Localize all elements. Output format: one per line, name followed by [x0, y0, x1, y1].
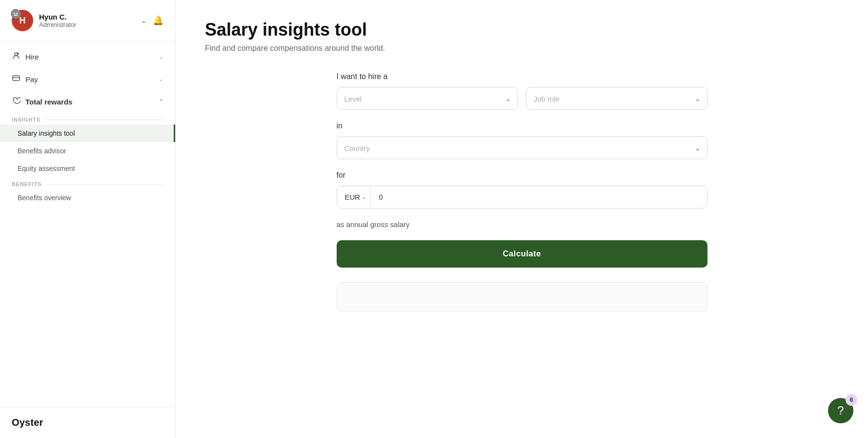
total-rewards-icon — [12, 96, 20, 107]
level-select-wrapper: Level ⌄ — [337, 87, 518, 110]
user-name: Hyun C. — [39, 13, 135, 21]
sidebar-item-total-rewards[interactable]: Total rewards ⌃ — [0, 90, 175, 113]
currency-salary-wrapper: EUR ⌄ — [337, 186, 707, 209]
pay-icon — [12, 74, 20, 84]
user-info: Hyun C. Administrator — [39, 13, 135, 28]
sidebar-item-benefits-advisor[interactable]: Benefits advisor — [0, 142, 175, 160]
user-role: Administrator — [39, 21, 135, 28]
country-select[interactable] — [337, 136, 707, 159]
svg-rect-7 — [13, 76, 20, 81]
level-jobrole-row: Level ⌄ Job role ⌄ — [337, 87, 707, 110]
benefits-overview-label: Benefits overview — [18, 194, 71, 202]
sidebar-item-benefits-overview[interactable]: Benefits overview — [0, 189, 175, 207]
country-select-wrapper: Country ⌄ — [337, 136, 707, 159]
sidebar-item-pay[interactable]: Pay ⌄ — [0, 68, 175, 90]
currency-value: EUR — [345, 193, 361, 201]
sidebar-nav: Hire ⌄ Pay ⌄ Total rewards ⌃ INSIGHTS Sa… — [0, 42, 175, 407]
sidebar-item-salary-insights-tool[interactable]: Salary insights tool — [0, 125, 175, 142]
salary-insights-tool-label: Salary insights tool — [18, 129, 75, 137]
total-rewards-label: Total rewards — [25, 98, 154, 106]
job-role-select[interactable] — [526, 87, 707, 110]
salary-group: for EUR ⌄ — [337, 171, 707, 209]
benefits-advisor-label: Benefits advisor — [18, 147, 66, 155]
pay-label: Pay — [25, 75, 154, 83]
level-select[interactable] — [337, 87, 518, 110]
in-label-text: in — [337, 122, 707, 130]
insights-section-label: INSIGHTS — [0, 113, 175, 125]
total-rewards-chevron: ⌃ — [159, 98, 163, 105]
sidebar-item-hire[interactable]: Hire ⌄ — [0, 45, 175, 68]
calculate-button[interactable]: Calculate — [337, 240, 707, 268]
notifications-bell[interactable]: 🔔 — [153, 15, 163, 26]
main-content: Salary insights tool Find and compare co… — [176, 0, 868, 438]
svg-point-1 — [14, 13, 15, 14]
currency-chevron-icon: ⌄ — [362, 194, 366, 200]
salary-input[interactable] — [371, 186, 707, 208]
hire-group: I want to hire a Level ⌄ Job role ⌄ — [337, 72, 707, 110]
help-button-wrapper: 6 ? — [828, 398, 853, 423]
help-badge: 6 — [846, 394, 857, 406]
benefits-section-label: BENEFITS — [0, 177, 175, 189]
equity-assessment-label: Equity assessment — [18, 165, 75, 172]
avatar-letter: H — [20, 16, 26, 26]
page-title: Salary insights tool — [205, 20, 839, 40]
sidebar-footer-brand: Oyster — [0, 407, 175, 438]
avatar-badge — [11, 9, 20, 19]
hire-label: Hire — [25, 53, 154, 61]
svg-point-2 — [17, 13, 18, 14]
sidebar-item-equity-assessment[interactable]: Equity assessment — [0, 160, 175, 177]
form-section: I want to hire a Level ⌄ Job role ⌄ — [337, 72, 707, 312]
hire-chevron: ⌄ — [159, 53, 163, 60]
annual-label: as annual gross salary — [337, 220, 707, 229]
svg-rect-3 — [14, 15, 18, 16]
hire-icon — [12, 51, 20, 62]
svg-point-0 — [12, 10, 19, 17]
sidebar-header: H Hyun C. Administrator ⌄ 🔔 — [0, 0, 175, 42]
header-actions: ⌄ 🔔 — [141, 15, 163, 26]
job-role-select-wrapper: Job role ⌄ — [526, 87, 707, 110]
sidebar: H Hyun C. Administrator ⌄ 🔔 Hire ⌄ Pay ⌄ — [0, 0, 176, 438]
for-label-text: for — [337, 171, 707, 180]
page-subtitle: Find and compare compensations around th… — [205, 44, 839, 53]
user-menu-chevron[interactable]: ⌄ — [141, 17, 147, 24]
avatar: H — [12, 10, 33, 31]
bottom-hint-panel — [337, 282, 707, 312]
pay-chevron: ⌄ — [159, 76, 163, 83]
hire-label-text: I want to hire a — [337, 72, 707, 81]
currency-select[interactable]: EUR ⌄ — [337, 186, 371, 208]
country-group: in Country ⌄ — [337, 122, 707, 159]
svg-point-4 — [15, 53, 18, 56]
